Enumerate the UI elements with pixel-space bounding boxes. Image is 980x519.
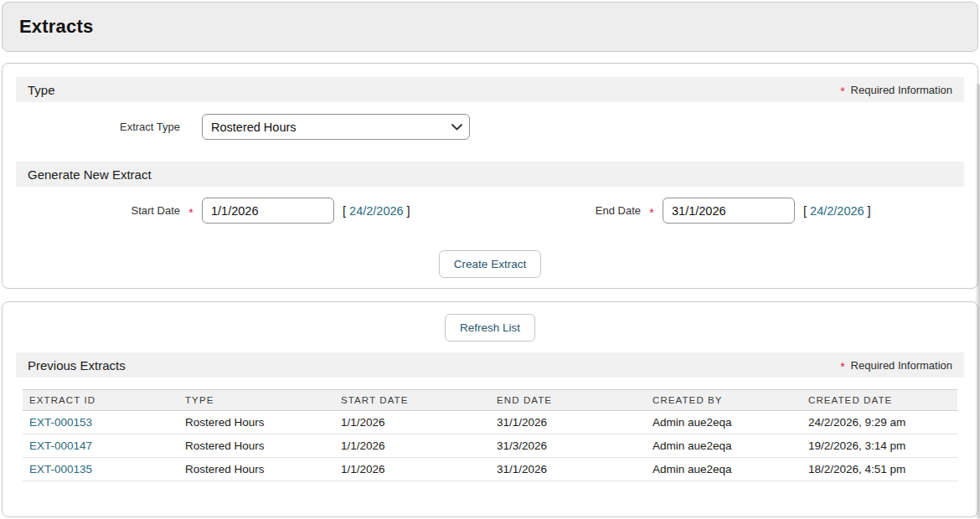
generate-section-heading: Generate New Extract [28,167,152,182]
extract-type-label: Extract Type [16,121,180,133]
required-note-label: Required Information [851,84,952,96]
page-header: Extracts [2,2,978,52]
cell-end-date: 31/3/2026 [490,434,646,458]
start-date-field: Start Date * [ 24/2/2026 ] [16,198,492,224]
date-fields-row: Start Date * [ 24/2/2026 ] End Date * [ … [16,198,964,224]
table-header-row: Extract Id Type Start Date End Date Crea… [23,390,957,411]
cell-end-date: 31/1/2026 [490,411,646,434]
col-header-start-date: Start Date [334,390,490,411]
cell-type: Rostered Hours [178,434,334,458]
cell-start-date: 1/1/2026 [334,434,490,458]
cell-created-date: 19/2/2026, 3:14 pm [802,434,957,458]
create-extract-button[interactable]: Create Extract [439,250,541,278]
cell-created-by: Admin aue2eqa [646,458,802,481]
start-date-label: Start Date [16,204,180,217]
end-date-today-link[interactable]: 24/2/2026 [810,204,864,218]
required-information-note: * Required Information [840,84,952,96]
bracket-close: ] [868,204,871,218]
cell-created-by: Admin aue2eqa [646,434,802,458]
cell-start-date: 1/1/2026 [334,411,490,434]
cell-created-by: Admin aue2eqa [646,411,802,434]
end-date-label: End Date [492,204,641,217]
required-asterisk-icon: * [840,85,844,97]
end-date-input[interactable] [663,198,795,224]
extract-type-row: Extract Type Rostered Hours [16,114,964,140]
previous-extracts-card: Refresh List Previous Extracts * Require… [2,301,978,517]
refresh-list-button[interactable]: Refresh List [445,314,535,342]
required-asterisk-icon: * [840,361,844,373]
bracket-open: [ [343,204,346,218]
extract-type-select-wrap: Rostered Hours [202,114,470,140]
previous-extracts-heading: Previous Extracts [28,358,126,373]
extract-id-link[interactable]: EXT-000147 [29,439,92,452]
extract-id-link[interactable]: EXT-000153 [29,416,92,429]
extracts-table: Extract Id Type Start Date End Date Crea… [23,389,957,481]
table-row: EXT-000153 Rostered Hours 1/1/2026 31/1/… [23,411,957,434]
start-date-input[interactable] [202,198,334,224]
table-row: EXT-000147 Rostered Hours 1/1/2026 31/3/… [23,434,957,458]
cell-created-date: 24/2/2026, 9:29 am [802,411,957,434]
cell-type: Rostered Hours [178,411,334,434]
required-note-label: Required Information [851,359,952,372]
col-header-end-date: End Date [490,390,646,411]
generate-section-header: Generate New Extract [16,162,964,187]
table-row: EXT-000135 Rostered Hours 1/1/2026 31/1/… [23,458,957,481]
end-date-shortcut: [ 24/2/2026 ] [803,204,871,218]
cell-end-date: 31/1/2026 [490,458,646,481]
page-title: Extracts [19,16,93,38]
extracts-table-wrap: Extract Id Type Start Date End Date Crea… [23,389,957,481]
start-date-today-link[interactable]: 24/2/2026 [349,204,404,218]
type-section-header: Type * Required Information [16,77,964,102]
bracket-open: [ [803,204,807,218]
extract-type-select[interactable]: Rostered Hours [202,114,470,140]
extract-form-card: Type * Required Information Extract Type… [2,63,978,289]
col-header-extract-id: Extract Id [23,390,178,411]
scrollbar[interactable] [975,84,980,519]
col-header-type: Type [178,390,334,411]
required-information-note: * Required Information [840,359,952,372]
type-section-heading: Type [28,83,55,97]
col-header-created-date: Created Date [802,390,957,411]
col-header-created-by: Created By [646,390,802,411]
extract-id-link[interactable]: EXT-000135 [29,463,92,475]
cell-created-date: 18/2/2026, 4:51 pm [802,458,957,481]
cell-start-date: 1/1/2026 [334,458,490,481]
end-date-field: End Date * [ 24/2/2026 ] [492,198,871,224]
previous-extracts-header: Previous Extracts * Required Information [16,352,964,378]
cell-type: Rostered Hours [178,458,334,481]
bracket-close: ] [407,204,410,218]
start-date-required-asterisk-icon: * [180,207,202,218]
end-date-required-asterisk-icon: * [641,207,663,218]
start-date-shortcut: [ 24/2/2026 ] [343,204,410,218]
